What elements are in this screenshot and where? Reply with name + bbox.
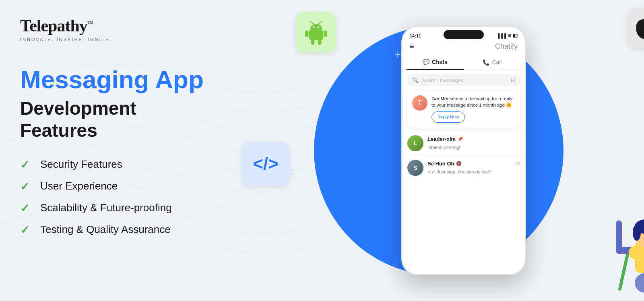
chat-avatar-sehun: S: [407, 160, 423, 176]
main-content: Telepathy™ INNOVATE. INSPIRE. IGNITE. Me…: [0, 0, 644, 301]
check-icon-2: ✓: [20, 180, 33, 193]
code-bubble: </>: [242, 142, 290, 186]
chat-item-sehun[interactable]: S Se Hun Oh 🔇 ✓✓ Just stop, I'm already …: [402, 155, 525, 180]
chat-info-sehun: Se Hun Oh 🔇 ✓✓ Just stop, I'm already la…: [427, 161, 510, 175]
feature-item-1: ✓ Security Features: [20, 158, 213, 171]
phone-app-header: ≡ Chatify: [402, 40, 525, 55]
right-section: + +: [233, 0, 644, 301]
search-icon: 🔍: [412, 77, 419, 83]
hero-heading-blue: Messaging App: [20, 66, 213, 93]
chat-mute-icon: 🔇: [456, 161, 462, 166]
apple-icon-container: [628, 8, 644, 48]
chat-name-row-leader: Leader-nim 📌: [427, 136, 516, 142]
search-bar[interactable]: 🔍 Search messages ⊟: [407, 74, 520, 87]
tab-call-label: Call: [492, 59, 502, 66]
svg-point-7: [320, 21, 322, 22]
app-name: Chatify: [495, 42, 518, 51]
feature-label-2: User Experience: [40, 180, 118, 192]
svg-point-21: [635, 273, 644, 293]
check-icon-3: ✓: [20, 202, 33, 214]
wifi-icon: ≋: [508, 33, 511, 38]
person-illustration: [604, 164, 644, 293]
notification-name: Tae Min: [431, 96, 448, 101]
reply-now-button[interactable]: Reply Now: [431, 111, 465, 122]
brand-name-text: Telepathy: [20, 16, 87, 35]
left-section: Telepathy™ INNOVATE. INSPIRE. IGNITE. Me…: [0, 0, 233, 301]
hero-heading-black: Development Features: [20, 97, 213, 142]
svg-rect-11: [318, 39, 321, 45]
brand-name: Telepathy™: [20, 16, 213, 35]
svg-rect-9: [324, 30, 327, 37]
check-icon-4: ✓: [20, 223, 33, 236]
search-placeholder-text: Search messages: [422, 77, 508, 83]
svg-point-6: [310, 21, 311, 22]
hamburger-icon[interactable]: ≡: [410, 42, 414, 51]
filter-icon[interactable]: ⊟: [511, 77, 515, 83]
notification-top: T Tae Min seems to be waiting for a repl…: [412, 95, 515, 123]
chat-info-leader: Leader-nim 📌 Time is running!: [427, 136, 516, 150]
avatar-initial: T: [418, 99, 422, 107]
chat-time-sehun: 3m: [514, 161, 520, 166]
svg-point-2: [313, 26, 314, 28]
check-icon-1: ✓: [20, 158, 33, 171]
logo-area: Telepathy™ INNOVATE. INSPIRE. IGNITE.: [20, 16, 213, 42]
chat-preview-leader: Time is running!: [427, 145, 460, 150]
chat-name-sehun: Se Hun Oh: [427, 161, 454, 167]
chat-pin-icon: 📌: [458, 136, 463, 142]
brand-tagline: INNOVATE. INSPIRE. IGNITE.: [20, 37, 213, 42]
svg-point-3: [318, 26, 319, 28]
phone-tabs: 💬 Chats 📞 Call: [402, 55, 525, 70]
phone-mockup: 14:11 ▐▐▐ ≋ ▮▯ ≡ Chatify 💬 Chats �: [401, 26, 526, 275]
chat-name-leader: Leader-nim: [427, 136, 456, 142]
svg-rect-10: [311, 39, 314, 45]
chat-name-row-sehun: Se Hun Oh 🔇: [427, 161, 510, 167]
android-icon: [303, 19, 329, 45]
brand-tm: ™: [87, 20, 93, 27]
code-symbol: </>: [253, 154, 279, 174]
svg-line-12: [620, 253, 628, 289]
chat-preview-sehun: ✓✓ Just stop, I'm already late!!: [427, 169, 492, 174]
svg-point-25: [633, 225, 641, 241]
chat-notification: T Tae Min seems to be waiting for a repl…: [407, 91, 520, 128]
status-icons: ▐▐▐ ≋ ▮▯: [497, 33, 518, 38]
feature-label-1: Security Features: [40, 158, 122, 171]
feature-label-3: Scalability & Future-proofing: [40, 202, 172, 214]
notification-text: Tae Min seems to be waiting for a reply …: [431, 95, 515, 123]
svg-rect-8: [305, 30, 308, 37]
tab-chats-label: Chats: [432, 59, 448, 65]
chat-item-leader[interactable]: L Leader-nim 📌 Time is running!: [402, 131, 525, 155]
notification-avatar: T: [412, 95, 427, 111]
svg-point-1: [310, 24, 322, 33]
android-icon-container: [296, 12, 336, 52]
signal-icon: ▐▐▐: [497, 33, 506, 38]
feature-item-3: ✓ Scalability & Future-proofing: [20, 202, 213, 214]
feature-item-4: ✓ Testing & Quality Assurance: [20, 223, 213, 236]
feature-item-2: ✓ User Experience: [20, 180, 213, 193]
apple-icon: [636, 15, 644, 41]
tab-call[interactable]: 📞 Call: [464, 55, 521, 70]
deco-plus-1: +: [394, 48, 401, 61]
chat-avatar-leader: L: [407, 135, 423, 151]
svg-rect-15: [616, 221, 622, 253]
phone-icon: 📞: [483, 59, 489, 66]
status-time: 14:11: [410, 33, 421, 38]
phone-notch: [444, 30, 484, 39]
tab-chats[interactable]: 💬 Chats: [407, 55, 464, 70]
feature-label-4: Testing & Quality Assurance: [40, 223, 171, 236]
features-list: ✓ Security Features ✓ User Experience ✓ …: [20, 158, 213, 236]
battery-icon: ▮▯: [513, 33, 518, 38]
chat-bubble-icon: 💬: [423, 59, 429, 65]
